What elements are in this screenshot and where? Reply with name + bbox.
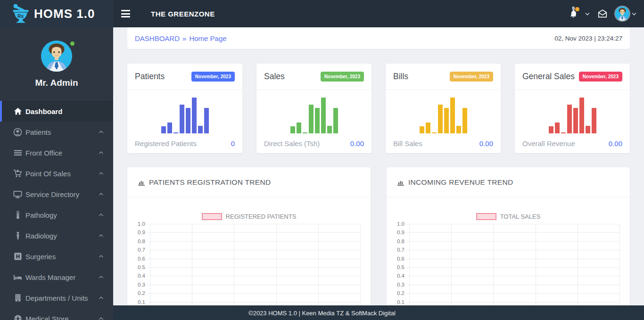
breadcrumb[interactable]: DASHBOARD»Home Page bbox=[135, 34, 227, 42]
online-status-dot bbox=[70, 41, 74, 46]
sidebar-item-radiology[interactable]: Radiology bbox=[0, 225, 113, 246]
y-tick-label: 0.2 bbox=[388, 290, 405, 296]
logo[interactable]: Rx HOMS 1.0 bbox=[0, 0, 113, 27]
sidebar-toggle-button[interactable] bbox=[121, 10, 130, 17]
chevron-up-icon bbox=[99, 172, 104, 175]
mini-bar bbox=[186, 108, 190, 133]
user-avatar[interactable] bbox=[41, 41, 72, 72]
user-menu-dropdown[interactable] bbox=[614, 6, 636, 22]
gridline bbox=[147, 267, 360, 268]
sidebar-item-surgeries[interactable]: Surgeries bbox=[0, 246, 113, 267]
sidebar-item-patients[interactable]: Patients bbox=[0, 122, 113, 142]
metric-value-link[interactable]: 0 bbox=[231, 139, 235, 148]
mini-bar bbox=[180, 105, 184, 133]
hospital-icon bbox=[13, 252, 22, 261]
sidebar-item-dashboard[interactable]: Dashboard bbox=[0, 101, 113, 122]
mini-bar bbox=[462, 108, 467, 133]
chart-legend[interactable]: REGISTERED PATIENTS bbox=[127, 213, 371, 220]
legend-label: REGISTERED PATIENTS bbox=[226, 213, 297, 220]
breadcrumb-page[interactable]: Home Page bbox=[189, 34, 226, 42]
gridline bbox=[406, 232, 619, 233]
sidebar-item-front-office[interactable]: Front Office bbox=[0, 142, 113, 163]
stat-cards-row: PatientsNovember, 2023 Registered Patien… bbox=[127, 64, 630, 153]
sidebar-item-departments-units[interactable]: Departments / Units bbox=[0, 287, 113, 308]
mini-bar bbox=[321, 98, 326, 133]
mini-bar bbox=[444, 108, 449, 133]
sidebar-item-service-directory[interactable]: Service Directory bbox=[0, 184, 113, 205]
mini-bar bbox=[579, 98, 584, 133]
chevron-up-icon bbox=[99, 317, 104, 320]
sidebar-item-wards-manager[interactable]: Wards Manager bbox=[0, 267, 113, 287]
breadcrumb-section[interactable]: DASHBOARD bbox=[135, 34, 180, 42]
metric-label: Bill Sales bbox=[393, 139, 422, 148]
mini-bar bbox=[573, 108, 578, 133]
user-name: Mr. Admin bbox=[0, 78, 113, 88]
sidebar-user-panel: Mr. Admin bbox=[0, 27, 113, 101]
y-tick-label: 0.6 bbox=[388, 256, 405, 262]
cart-icon bbox=[13, 169, 22, 178]
gridline bbox=[147, 259, 360, 259]
y-tick-label: 0.1 bbox=[129, 299, 145, 305]
mini-bar bbox=[432, 132, 437, 133]
store-icon bbox=[13, 314, 22, 320]
gridline bbox=[406, 276, 619, 276]
metric-value-link[interactable]: 0.00 bbox=[350, 139, 364, 148]
sidebar-item-pathology[interactable]: Pathology bbox=[0, 205, 113, 225]
y-tick-label: 0.4 bbox=[388, 273, 405, 279]
card-period-badge: November, 2023 bbox=[450, 72, 493, 82]
mini-bar bbox=[567, 105, 572, 133]
mini-bar bbox=[204, 108, 209, 133]
notifications-dropdown[interactable]: 9 bbox=[569, 9, 590, 18]
messages-button[interactable] bbox=[597, 8, 608, 19]
y-tick-label: 1.0 bbox=[129, 221, 145, 227]
chevron-up-icon bbox=[99, 193, 104, 196]
footer: ©2023 HOMS 1.0 | Keen Media TZ & SoftMac… bbox=[113, 305, 644, 320]
y-tick-label: 0.3 bbox=[388, 282, 405, 287]
sidebar-item-medical-store[interactable]: Medical Store bbox=[0, 308, 113, 320]
gridline bbox=[406, 224, 619, 224]
card-title: Patients bbox=[135, 72, 165, 82]
brand-title: HOMS 1.0 bbox=[34, 7, 95, 21]
stat-card-general-sales: General SalesNovember, 2023 Overall Reve… bbox=[515, 64, 630, 153]
y-tick-label: 0.9 bbox=[129, 230, 145, 235]
mini-bar bbox=[192, 98, 197, 133]
chart-legend[interactable]: TOTAL SALES bbox=[387, 213, 630, 220]
sidebar-item-point-of-sales[interactable]: Point Of Sales bbox=[0, 163, 113, 184]
gridline bbox=[451, 224, 452, 318]
mini-bar bbox=[456, 126, 461, 133]
chevron-up-icon bbox=[99, 276, 104, 279]
mini-bar bbox=[333, 108, 338, 133]
mini-bar bbox=[438, 105, 443, 133]
chevron-up-icon bbox=[99, 213, 104, 217]
notification-badge bbox=[575, 7, 579, 11]
mini-bar bbox=[173, 132, 178, 133]
sidebar: Mr. Admin Dashboard Patients Front Offic… bbox=[0, 27, 113, 320]
monitor-icon bbox=[13, 189, 22, 199]
notification-count: 9 bbox=[572, 6, 575, 11]
mini-bar bbox=[549, 126, 553, 133]
metric-label: Overall Revenue bbox=[522, 139, 575, 148]
bed-icon bbox=[13, 272, 22, 282]
thermometer-icon bbox=[13, 210, 22, 220]
gridline bbox=[234, 224, 234, 318]
gridline bbox=[406, 302, 619, 303]
patient-icon bbox=[13, 127, 22, 137]
mini-bar bbox=[161, 126, 166, 133]
gridline bbox=[276, 224, 277, 318]
incoming-revenue-trend-panel: INCOMING REVENUE TREND TOTAL SALES 1.00.… bbox=[387, 167, 630, 320]
gridline bbox=[150, 224, 150, 318]
card-period-badge: November, 2023 bbox=[321, 72, 364, 82]
gridline bbox=[409, 224, 410, 318]
metric-label: Direct Sales (Tsh) bbox=[264, 139, 320, 148]
y-tick-label: 0.5 bbox=[388, 264, 405, 270]
mini-bar-chart bbox=[515, 90, 630, 133]
card-title: Sales bbox=[264, 72, 285, 82]
card-title: Bills bbox=[393, 72, 408, 82]
gridline bbox=[147, 302, 360, 303]
metric-value-link[interactable]: 0.00 bbox=[609, 139, 622, 148]
y-tick-label: 0.5 bbox=[129, 264, 145, 270]
svg-text:Rx: Rx bbox=[17, 13, 24, 19]
metric-value-link[interactable]: 0.00 bbox=[479, 139, 493, 148]
mini-bar-chart bbox=[386, 90, 501, 133]
metric-label: Registered Patients bbox=[135, 139, 197, 148]
